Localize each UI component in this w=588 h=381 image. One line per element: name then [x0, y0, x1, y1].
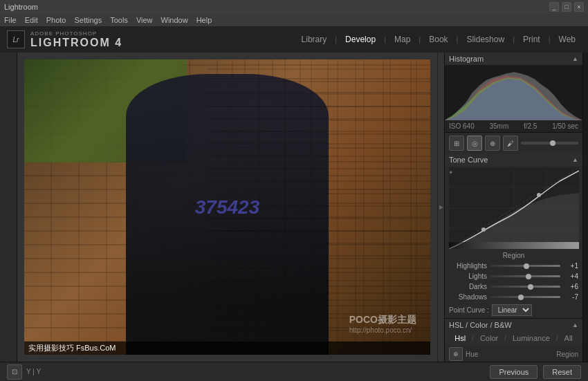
hsl-tab-hsl[interactable]: Hsl: [452, 333, 468, 343]
lr-title: ADOBE PHOTOSHOP LIGHTROOM 4: [30, 30, 122, 49]
brush-tool[interactable]: 🖌: [503, 136, 518, 151]
menu-photo[interactable]: Photo: [46, 16, 66, 24]
shadows-slider[interactable]: [490, 296, 560, 298]
right-scrollbar[interactable]: [582, 53, 588, 362]
menu-file[interactable]: File: [4, 16, 17, 24]
highlights-thumb[interactable]: [524, 263, 529, 269]
lights-label: Lights: [449, 272, 487, 280]
hsl-target-btn[interactable]: ⊕: [449, 347, 463, 361]
reset-button[interactable]: Reset: [543, 365, 581, 379]
hsl-tabs: Hsl / Color / Luminance / All: [445, 331, 582, 345]
lr-subtitle: ADOBE PHOTOSHOP: [30, 30, 122, 37]
point-curve-row: Point Curve : Linear: [445, 302, 582, 318]
camera-info: ISO 640 35mm f/2.5 1/50 sec: [445, 120, 582, 132]
left-panel: [0, 53, 17, 362]
menu-edit[interactable]: Edit: [25, 16, 38, 24]
app-logo: Lr ADOBE PHOTOSHOP LIGHTROOM 4: [7, 30, 122, 49]
aperture-value: f/2.5: [524, 122, 537, 130]
lights-value: +4: [563, 272, 578, 280]
maximize-button[interactable]: □: [562, 2, 571, 12]
close-button[interactable]: ×: [574, 2, 584, 12]
tab-map[interactable]: Map: [389, 32, 416, 47]
minimize-button[interactable]: _: [549, 2, 559, 12]
lr-name: LIGHTROOM 4: [30, 37, 122, 49]
hsl-tab-color[interactable]: Color: [478, 333, 500, 343]
tone-curve-header[interactable]: Tone Curve ▲: [445, 154, 582, 166]
menu-settings[interactable]: Settings: [74, 16, 102, 24]
tone-curve-wrapper: ●: [445, 166, 582, 250]
tab-develop[interactable]: Develop: [340, 32, 381, 47]
photo-container: 375423 POCO摄影主题 http://photo.poco.cn/ 实用…: [24, 59, 430, 355]
shadows-thumb[interactable]: [518, 295, 524, 300]
tab-slideshow[interactable]: Slideshow: [461, 32, 510, 47]
poco-brand: POCO摄影主题: [349, 314, 416, 326]
top-nav: Lr ADOBE PHOTOSHOP LIGHTROOM 4 Library |…: [0, 26, 588, 53]
menu-bar: File Edit Photo Settings Tools View Wind…: [0, 14, 588, 26]
redeye-tool[interactable]: ⊕: [485, 136, 500, 151]
darks-thumb[interactable]: [528, 284, 533, 290]
point-curve-select[interactable]: Linear: [492, 304, 532, 316]
tab-web[interactable]: Web: [553, 32, 581, 47]
highlights-label: Highlights: [449, 262, 487, 270]
histogram-title: Histogram: [449, 55, 484, 63]
hsl-sublabel: Hue: [466, 351, 553, 358]
tool-row: ⊞ ◎ ⊕ 🖌: [445, 133, 582, 154]
menu-tools[interactable]: Tools: [110, 16, 128, 24]
shadows-label: Shadows: [449, 293, 487, 301]
tab-print[interactable]: Print: [517, 32, 546, 47]
expand-panel-button[interactable]: ▶: [437, 53, 444, 362]
content-area: 375423 POCO摄影主题 http://photo.poco.cn/ 实用…: [0, 53, 588, 362]
quick-slider-thumb[interactable]: [550, 140, 555, 146]
tab-book[interactable]: Book: [423, 32, 453, 47]
histogram-display: [445, 65, 582, 120]
view-mode-btn[interactable]: ⊡: [7, 364, 22, 380]
darks-slider[interactable]: [490, 286, 560, 288]
bottom-nav-buttons: Previous Reset: [490, 365, 581, 379]
hsl-controls: ⊕ Hue Region: [445, 345, 582, 362]
histogram-svg: [445, 65, 582, 120]
highlights-row: Highlights +1: [445, 261, 582, 271]
tone-curve-title: Tone Curve: [449, 156, 488, 164]
tab-library[interactable]: Library: [296, 32, 333, 47]
menu-view[interactable]: View: [136, 16, 153, 24]
lights-row: Lights +4: [445, 271, 582, 281]
right-panel: Histogram ▲ ISO 64: [444, 53, 582, 362]
histogram-header[interactable]: Histogram ▲: [445, 53, 582, 65]
point-curve-label: Point Curve :: [449, 306, 489, 314]
tone-curve-svg[interactable]: [449, 167, 579, 249]
darks-row: Darks +6: [445, 281, 582, 292]
module-tabs: Library | Develop | Map | Book | Slidesh…: [296, 32, 581, 47]
highlights-value: +1: [563, 262, 578, 270]
tone-curve-collapse-icon: ▲: [572, 156, 578, 163]
skill-watermark: 实用摄影技巧 FsBus.CoM: [24, 342, 430, 355]
curve-dot: ●: [449, 169, 452, 176]
hsl-tab-all[interactable]: All: [562, 333, 575, 343]
hsl-title: HSL / Color / B&W: [449, 321, 512, 329]
highlights-slider[interactable]: [490, 265, 560, 267]
hsl-tab-luminance[interactable]: Luminance: [511, 333, 552, 343]
tone-curve-section: Tone Curve ▲ ●: [445, 154, 582, 319]
watermark: 375423: [195, 196, 259, 219]
region-label: Region: [445, 250, 582, 261]
photo-area: 375423 POCO摄影主题 http://photo.poco.cn/ 实用…: [17, 53, 437, 362]
darks-label: Darks: [449, 283, 487, 290]
crop-tool[interactable]: ⊞: [449, 136, 464, 151]
svg-point-13: [481, 227, 486, 232]
bottom-bar: ⊡ Y | Y Previous Reset: [0, 362, 588, 381]
lights-thumb[interactable]: [526, 274, 531, 279]
lights-slider[interactable]: [490, 275, 560, 277]
menu-help[interactable]: Help: [196, 16, 212, 24]
main-container: Lr ADOBE PHOTOSHOP LIGHTROOM 4 Library |…: [0, 26, 588, 381]
poco-url: http://photo.poco.cn/: [349, 326, 416, 334]
spot-tool[interactable]: ◎: [467, 136, 482, 151]
exposure-quick-slider[interactable]: [521, 142, 578, 145]
bottom-left-tools: ⊡ Y | Y: [7, 364, 41, 380]
shadows-row: Shadows -7: [445, 292, 582, 302]
histogram-collapse-icon: ▲: [572, 55, 578, 62]
hsl-header[interactable]: HSL / Color / B&W ▲: [445, 319, 582, 331]
window-controls[interactable]: _ □ ×: [549, 2, 584, 12]
hsl-region-label: Region: [556, 351, 578, 358]
view-label: Y | Y: [26, 368, 41, 375]
previous-button[interactable]: Previous: [490, 365, 538, 379]
menu-window[interactable]: Window: [161, 16, 188, 24]
